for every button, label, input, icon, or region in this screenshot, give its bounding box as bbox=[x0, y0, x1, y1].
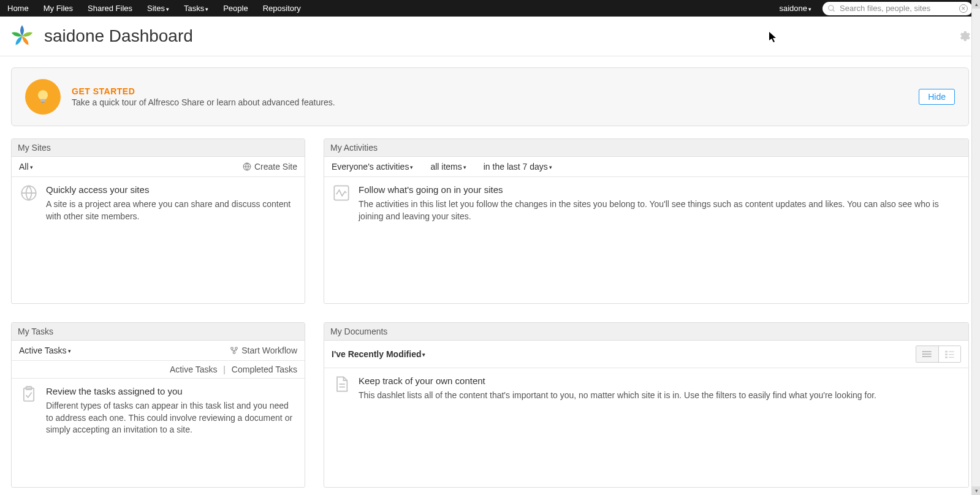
dashlet-my-tasks: My Tasks Active Tasks▾ Start Workflow Ac… bbox=[11, 322, 305, 488]
my-sites-body: Quickly access your sites A site is a pr… bbox=[12, 177, 305, 303]
nav-repository[interactable]: Repository bbox=[263, 4, 301, 13]
dashlets-grid: My Sites All▾ Create Site Quickly access… bbox=[11, 138, 969, 488]
start-workflow-link[interactable]: Start Workflow bbox=[230, 346, 297, 355]
activity-icon bbox=[333, 184, 350, 202]
svg-point-11 bbox=[233, 352, 235, 354]
svg-point-17 bbox=[922, 351, 924, 352]
svg-point-9 bbox=[231, 347, 234, 350]
my-documents-info-desc: This dashlet lists all of the content th… bbox=[359, 390, 876, 402]
get-started-panel: GET STARTED Take a quick tour of Alfresc… bbox=[11, 67, 969, 126]
svg-rect-4 bbox=[40, 99, 45, 102]
list-simple-icon bbox=[922, 350, 932, 358]
my-sites-filter[interactable]: All▾ bbox=[19, 162, 33, 172]
my-tasks-filter[interactable]: Active Tasks▾ bbox=[19, 346, 71, 355]
my-documents-info-title: Keep track of your own content bbox=[359, 376, 876, 386]
scroll-up-icon[interactable]: ▴ bbox=[972, 0, 980, 9]
scroll-down-icon[interactable]: ▾ bbox=[972, 486, 980, 495]
document-icon bbox=[333, 376, 350, 393]
dashlet-my-documents: My Documents I've Recently Modified▾ bbox=[324, 322, 969, 488]
nav-home[interactable]: Home bbox=[7, 4, 29, 13]
my-tasks-toolbar: Active Tasks▾ Start Workflow bbox=[12, 341, 305, 361]
top-nav: Home My Files Shared Files Sites▾ Tasks▾… bbox=[0, 0, 980, 17]
activities-filter-what[interactable]: all items▾ bbox=[430, 162, 466, 172]
create-site-link[interactable]: Create Site bbox=[243, 162, 297, 172]
svg-rect-22 bbox=[945, 353, 948, 355]
user-menu[interactable]: saidone▾ bbox=[779, 4, 811, 13]
svg-rect-20 bbox=[945, 351, 948, 353]
list-detailed-icon bbox=[945, 350, 955, 358]
svg-point-0 bbox=[829, 5, 834, 10]
view-toggle bbox=[916, 346, 961, 363]
svg-rect-8 bbox=[334, 186, 348, 200]
my-tasks-info-title: Review the tasks assigned to you bbox=[46, 386, 296, 396]
nav-tasks[interactable]: Tasks▾ bbox=[184, 4, 208, 13]
top-nav-left: Home My Files Shared Files Sites▾ Tasks▾… bbox=[7, 4, 779, 13]
svg-point-10 bbox=[235, 347, 238, 350]
my-sites-header: My Sites bbox=[12, 139, 305, 157]
search-box: ✕ bbox=[822, 2, 973, 15]
activities-filter-when[interactable]: in the last 7 days▾ bbox=[484, 162, 552, 172]
my-activities-info-title: Follow what's going on in your sites bbox=[359, 184, 960, 195]
vertical-scrollbar[interactable]: ▴ ▾ bbox=[971, 0, 980, 495]
svg-rect-24 bbox=[945, 357, 948, 358]
my-sites-info-desc: A site is a project area where you can s… bbox=[46, 198, 296, 222]
my-activities-body: Follow what's going on in your sites The… bbox=[324, 177, 968, 303]
clear-search-icon[interactable]: ✕ bbox=[959, 4, 968, 13]
tab-completed-tasks[interactable]: Completed Tasks bbox=[232, 365, 297, 374]
svg-point-18 bbox=[922, 353, 924, 355]
dashlet-my-sites: My Sites All▾ Create Site Quickly access… bbox=[11, 138, 305, 304]
my-documents-header: My Documents bbox=[324, 323, 968, 341]
content-area: GET STARTED Take a quick tour of Alfresc… bbox=[0, 56, 980, 495]
my-sites-info-title: Quickly access your sites bbox=[46, 184, 296, 195]
my-activities-header: My Activities bbox=[324, 139, 968, 157]
nav-shared-files[interactable]: Shared Files bbox=[88, 4, 132, 13]
alfresco-logo bbox=[9, 23, 36, 50]
my-activities-info-desc: The activities in this list let you foll… bbox=[359, 198, 960, 222]
page-title: saidone Dashboard bbox=[44, 26, 958, 46]
page-header: saidone Dashboard bbox=[0, 17, 980, 56]
get-started-text: GET STARTED Take a quick tour of Alfresc… bbox=[72, 86, 919, 107]
view-simple-button[interactable] bbox=[916, 346, 938, 362]
my-documents-filter[interactable]: I've Recently Modified▾ bbox=[332, 349, 425, 359]
clipboard-check-icon bbox=[20, 386, 37, 403]
get-started-title: GET STARTED bbox=[72, 86, 919, 96]
my-activities-toolbar: Everyone's activities▾ all items▾ in the… bbox=[324, 157, 968, 177]
svg-point-19 bbox=[922, 356, 924, 357]
svg-point-3 bbox=[38, 90, 48, 100]
search-icon bbox=[827, 4, 836, 13]
top-nav-right: saidone▾ ✕ bbox=[779, 2, 973, 15]
get-started-desc: Take a quick tour of Alfresco Share or l… bbox=[72, 97, 919, 107]
view-detailed-button[interactable] bbox=[938, 346, 960, 362]
tab-active-tasks[interactable]: Active Tasks bbox=[170, 365, 218, 374]
my-tasks-body: Review the tasks assigned to you Differe… bbox=[12, 379, 305, 487]
activities-filter-who[interactable]: Everyone's activities▾ bbox=[332, 162, 413, 172]
my-tasks-tabs: Active Tasks | Completed Tasks bbox=[12, 361, 305, 379]
dashlet-my-activities: My Activities Everyone's activities▾ all… bbox=[324, 138, 969, 304]
workflow-icon bbox=[230, 346, 238, 355]
my-tasks-info-desc: Different types of tasks can appear in t… bbox=[46, 400, 296, 436]
nav-people[interactable]: People bbox=[223, 4, 248, 13]
globe-icon bbox=[20, 184, 37, 202]
nav-sites[interactable]: Sites▾ bbox=[147, 4, 169, 13]
my-documents-toolbar: I've Recently Modified▾ bbox=[324, 341, 968, 368]
my-tasks-header: My Tasks bbox=[12, 323, 305, 341]
svg-rect-5 bbox=[41, 102, 44, 103]
search-input[interactable] bbox=[840, 4, 959, 13]
nav-my-files[interactable]: My Files bbox=[44, 4, 73, 13]
my-documents-body: Keep track of your own content This dash… bbox=[324, 368, 968, 487]
settings-gear-icon[interactable] bbox=[958, 29, 971, 43]
globe-icon bbox=[243, 162, 251, 171]
lightbulb-icon bbox=[25, 79, 61, 115]
hide-button[interactable]: Hide bbox=[919, 89, 955, 105]
svg-line-1 bbox=[833, 9, 835, 11]
my-sites-toolbar: All▾ Create Site bbox=[12, 157, 305, 177]
